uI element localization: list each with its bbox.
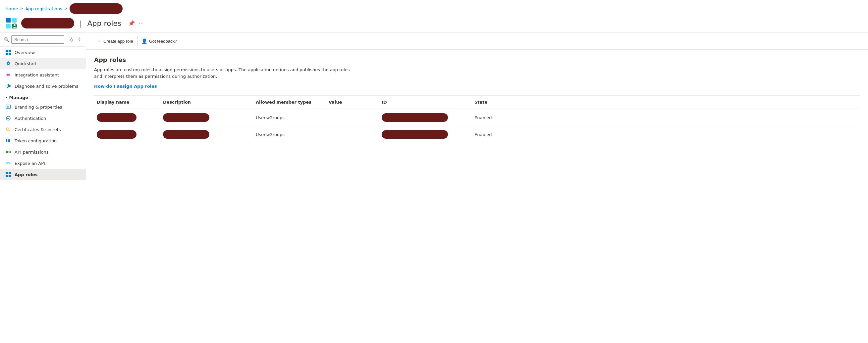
svg-rect-24 [9, 172, 11, 174]
expose-icon [5, 160, 11, 166]
table-row[interactable]: Users/Groups Enabled [94, 109, 860, 126]
create-app-role-label: Create app role [103, 39, 133, 44]
display-name-redacted-1 [97, 113, 136, 122]
search-input[interactable] [11, 35, 64, 44]
sidebar-controls: ◇ 《 [70, 36, 82, 43]
svg-rect-1 [6, 18, 10, 23]
search-icon: 🔍 [4, 37, 9, 42]
manage-section-header[interactable]: ▾ Manage [0, 92, 86, 101]
breadcrumb-sep2: > [64, 6, 68, 11]
display-name-redacted-2 [97, 130, 136, 139]
sidebar-item-certificates-label: Certificates & secrets [14, 127, 61, 132]
sidebar-item-expose-api-label: Expose an API [14, 161, 45, 166]
table-header: Display name Description Allowed member … [94, 96, 860, 109]
sidebar-item-diagnose[interactable]: Diagnose and solve problems [0, 80, 86, 92]
sidebar: 🔍 ◇ 《 Overview Quickstart Integration as… [0, 33, 86, 343]
table-row[interactable]: Users/Groups Enabled [94, 126, 860, 143]
toolbar: ＋ Create app role 👤 Got feedback? [86, 33, 868, 50]
column-header-display-name: Display name [94, 98, 160, 106]
sidebar-item-api-permissions[interactable]: API permissions [0, 146, 86, 158]
svg-rect-17 [8, 139, 9, 142]
cell-id-2 [379, 128, 472, 141]
id-redacted-2 [382, 130, 448, 139]
app-roles-table: Display name Description Allowed member … [94, 95, 860, 143]
svg-rect-3 [6, 24, 10, 29]
sidebar-item-certificates[interactable]: Certificates & secrets [0, 124, 86, 135]
cell-display-name-2 [94, 128, 160, 141]
breadcrumb-app-registrations[interactable]: App registrations [25, 6, 62, 11]
svg-rect-16 [6, 139, 7, 142]
sidebar-collapse-button[interactable]: 《 [74, 36, 82, 43]
approles-icon [5, 172, 11, 177]
svg-point-11 [8, 63, 9, 64]
token-icon [5, 138, 11, 144]
sidebar-item-integration[interactable]: Integration assistant [0, 69, 86, 80]
breadcrumb-home[interactable]: Home [5, 6, 18, 11]
wrench-icon [5, 83, 11, 89]
svg-rect-10 [9, 53, 11, 55]
sidebar-item-branding-label: Branding & properties [14, 105, 62, 110]
sidebar-item-app-roles[interactable]: App roles [0, 169, 86, 180]
cell-state-1: Enabled [472, 112, 512, 123]
content-body: App roles App roles are custom roles to … [86, 50, 868, 150]
sidebar-item-integration-label: Integration assistant [14, 72, 59, 77]
svg-rect-9 [6, 53, 8, 55]
description-redacted-1 [163, 113, 209, 122]
column-header-id: ID [379, 98, 472, 106]
cell-display-name-1 [94, 111, 160, 125]
cell-id-1 [379, 111, 472, 125]
svg-rect-8 [9, 50, 11, 52]
svg-point-19 [6, 151, 8, 153]
rocket-icon [5, 61, 11, 67]
section-title: App roles [94, 56, 860, 63]
sidebar-item-api-permissions-label: API permissions [14, 150, 49, 155]
column-header-description: Description [160, 98, 253, 106]
breadcrumb-sep1: > [20, 6, 23, 11]
more-options-icon[interactable]: ··· [139, 20, 144, 27]
state-value-1: Enabled [474, 115, 492, 120]
allowed-member-types-value-2: Users/Groups [256, 132, 285, 137]
cell-description-1 [160, 111, 253, 125]
sidebar-item-token[interactable]: Token configuration [0, 135, 86, 146]
column-header-state: State [472, 98, 512, 106]
create-app-role-button[interactable]: ＋ Create app role [93, 36, 137, 46]
cell-value-2 [326, 132, 379, 137]
branding-icon [5, 104, 11, 110]
svg-rect-13 [7, 106, 9, 108]
api-icon [5, 149, 11, 155]
cell-value-1 [326, 115, 379, 120]
page-title: App roles [87, 19, 121, 28]
filter-icon[interactable]: ◇ [70, 37, 73, 42]
column-header-allowed-member-types: Allowed member types [253, 98, 326, 106]
section-description: App roles are custom roles to assign per… [94, 67, 359, 79]
plus-icon: ＋ [97, 38, 101, 44]
svg-rect-25 [6, 175, 8, 177]
column-header-value: Value [326, 98, 379, 106]
sidebar-item-authentication[interactable]: Authentication [0, 112, 86, 124]
header-separator: | [80, 19, 82, 28]
page-header: | App roles 📌 ··· [0, 16, 868, 33]
content-area: ＋ Create app role 👤 Got feedback? App ro… [86, 33, 868, 343]
svg-point-6 [13, 24, 16, 26]
pin-icon[interactable]: 📌 [128, 20, 135, 27]
main-layout: 🔍 ◇ 《 Overview Quickstart Integration as… [0, 33, 868, 343]
feedback-label: Got feedback? [149, 39, 177, 44]
sidebar-item-token-label: Token configuration [14, 138, 57, 143]
header-app-name [21, 18, 74, 29]
sidebar-item-quickstart[interactable]: Quickstart [0, 58, 86, 69]
cell-allowed-member-types-2: Users/Groups [253, 130, 326, 140]
manage-chevron-icon: ▾ [5, 95, 7, 100]
help-link[interactable]: How do I assign App roles [94, 84, 157, 89]
auth-icon [5, 115, 11, 121]
svg-rect-18 [9, 139, 10, 142]
feedback-button[interactable]: 👤 Got feedback? [137, 36, 181, 46]
sidebar-item-branding[interactable]: Branding & properties [0, 101, 86, 112]
svg-rect-26 [9, 175, 11, 177]
sidebar-item-expose-api[interactable]: Expose an API [0, 158, 86, 169]
sidebar-item-quickstart-label: Quickstart [14, 61, 37, 66]
svg-rect-23 [6, 172, 8, 174]
breadcrumb: Home > App registrations > [0, 0, 868, 16]
sidebar-item-overview[interactable]: Overview [0, 47, 86, 58]
cell-state-2: Enabled [472, 130, 512, 140]
state-value-2: Enabled [474, 132, 492, 137]
